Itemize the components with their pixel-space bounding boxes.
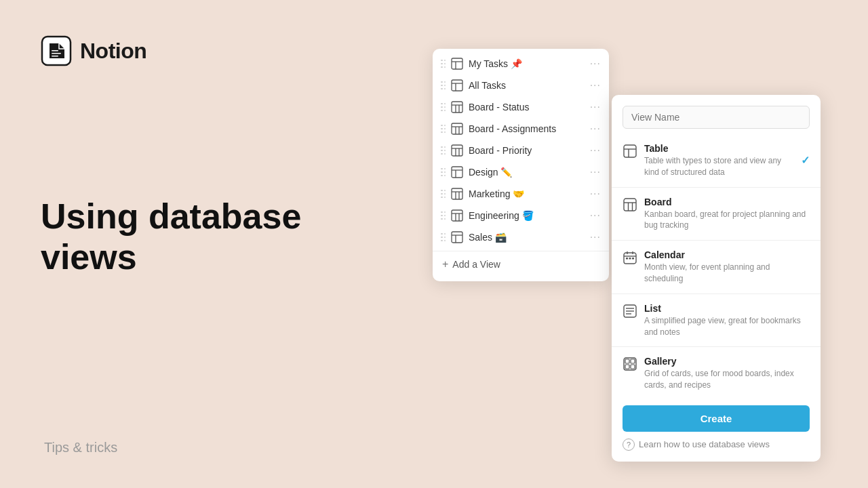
view-name: Design ✏️ bbox=[469, 167, 590, 178]
type-name: List bbox=[644, 303, 810, 314]
add-view-button[interactable]: + Add a View bbox=[433, 251, 609, 273]
drag-handle bbox=[438, 168, 448, 177]
drag-handle bbox=[438, 125, 448, 134]
more-options-button[interactable]: ··· bbox=[590, 166, 601, 178]
table-icon bbox=[451, 166, 463, 178]
svg-rect-4 bbox=[452, 58, 462, 69]
drag-handle bbox=[438, 60, 448, 68]
view-name-input[interactable] bbox=[623, 106, 810, 129]
view-name: Board - Status bbox=[469, 102, 590, 113]
view-list-item-all-tasks[interactable]: All Tasks ··· bbox=[433, 75, 609, 96]
table-icon bbox=[451, 79, 463, 92]
view-list-item-board-status[interactable]: Board - Status ··· bbox=[433, 96, 609, 118]
drag-handle bbox=[438, 211, 448, 220]
view-list-item-board-priority[interactable]: Board - Priority ··· bbox=[433, 140, 609, 161]
board-icon bbox=[451, 123, 463, 135]
more-options-button[interactable]: ··· bbox=[590, 188, 601, 200]
type-name: Table bbox=[644, 143, 795, 154]
more-options-button[interactable]: ··· bbox=[590, 123, 601, 135]
list-type-icon bbox=[623, 304, 637, 319]
svg-rect-33 bbox=[452, 232, 462, 243]
svg-rect-57 bbox=[625, 365, 629, 369]
view-type-gallery[interactable]: Gallery Grid of cards, use for mood boar… bbox=[612, 350, 821, 397]
drag-handle bbox=[438, 81, 448, 90]
svg-rect-49 bbox=[632, 258, 634, 260]
view-list-item-marketing[interactable]: Marketing 🤝 ··· bbox=[433, 183, 609, 205]
more-options-button[interactable]: ··· bbox=[590, 79, 601, 92]
type-text: Gallery Grid of cards, use for mood boar… bbox=[644, 356, 810, 391]
board-type-icon bbox=[623, 197, 637, 212]
view-name: My Tasks 📌 bbox=[469, 58, 590, 69]
help-text: Learn how to use database views bbox=[639, 439, 770, 449]
svg-rect-10 bbox=[452, 102, 462, 113]
more-options-button[interactable]: ··· bbox=[590, 144, 601, 157]
svg-rect-18 bbox=[452, 145, 462, 156]
more-options-button[interactable]: ··· bbox=[590, 58, 601, 70]
drag-handle bbox=[438, 233, 448, 242]
create-button[interactable]: Create bbox=[623, 405, 810, 432]
svg-rect-47 bbox=[626, 258, 628, 260]
add-view-label: Add a View bbox=[452, 259, 500, 270]
board-icon bbox=[451, 144, 463, 157]
type-name: Calendar bbox=[644, 249, 810, 260]
drag-handle bbox=[438, 103, 448, 112]
selected-checkmark: ✓ bbox=[801, 154, 810, 167]
svg-rect-1 bbox=[52, 50, 58, 52]
svg-rect-39 bbox=[624, 199, 636, 211]
view-type-panel: Table Table with types to store and view… bbox=[612, 95, 821, 462]
type-desc: Table with types to store and view any k… bbox=[644, 155, 795, 178]
more-options-button[interactable]: ··· bbox=[590, 231, 601, 243]
drag-handle bbox=[438, 190, 448, 199]
view-list-panel: My Tasks 📌 ··· All Tasks ··· Board - Sta… bbox=[433, 49, 609, 281]
type-text: Table Table with types to store and view… bbox=[644, 143, 795, 178]
svg-rect-55 bbox=[625, 359, 629, 363]
svg-rect-3 bbox=[52, 56, 58, 57]
type-text: List A simplified page view, great for b… bbox=[644, 303, 810, 338]
view-type-calendar[interactable]: Calendar Month view, for event planning … bbox=[612, 243, 821, 291]
logo-area: Notion bbox=[41, 35, 146, 66]
svg-rect-25 bbox=[452, 188, 462, 199]
view-type-table[interactable]: Table Table with types to store and view… bbox=[612, 137, 821, 184]
view-name: Marketing 🤝 bbox=[469, 188, 590, 199]
view-type-board[interactable]: Board Kanban board, great for project pl… bbox=[612, 190, 821, 238]
table-icon bbox=[451, 231, 463, 243]
tips-label: Tips & tricks bbox=[44, 440, 117, 455]
type-text: Board Kanban board, great for project pl… bbox=[644, 197, 810, 232]
table-type-icon bbox=[623, 144, 637, 159]
view-list-item-sales[interactable]: Sales 🗃️ ··· bbox=[433, 226, 609, 248]
drag-handle bbox=[438, 146, 448, 155]
svg-rect-14 bbox=[452, 123, 462, 134]
view-name: All Tasks bbox=[469, 80, 590, 91]
gallery-type-icon bbox=[623, 357, 637, 371]
calendar-type-icon bbox=[623, 250, 637, 265]
add-icon: + bbox=[442, 258, 448, 270]
view-list-item-engineering[interactable]: Engineering 🪣 ··· bbox=[433, 205, 609, 226]
svg-rect-48 bbox=[629, 258, 631, 260]
view-name: Board - Priority bbox=[469, 145, 590, 156]
help-row: ? Learn how to use database views bbox=[612, 432, 821, 451]
board-icon bbox=[451, 209, 463, 222]
type-desc: Month view, for event planning and sched… bbox=[644, 262, 810, 285]
type-text: Calendar Month view, for event planning … bbox=[644, 249, 810, 285]
type-name: Gallery bbox=[644, 356, 810, 367]
more-options-button[interactable]: ··· bbox=[590, 209, 601, 222]
view-list-item-my-tasks[interactable]: My Tasks 📌 ··· bbox=[433, 53, 609, 75]
type-desc: Grid of cards, use for mood boards, inde… bbox=[644, 368, 810, 391]
main-title: Using database views bbox=[41, 197, 301, 278]
view-type-list[interactable]: List A simplified page view, great for b… bbox=[612, 297, 821, 344]
view-name: Engineering 🪣 bbox=[469, 210, 590, 221]
type-name: Board bbox=[644, 197, 810, 207]
table-icon bbox=[451, 58, 463, 70]
view-list-item-design[interactable]: Design ✏️ ··· bbox=[433, 161, 609, 183]
help-icon: ? bbox=[623, 439, 635, 451]
svg-rect-36 bbox=[624, 145, 636, 157]
view-name: Board - Assignments bbox=[469, 123, 590, 134]
more-options-button[interactable]: ··· bbox=[590, 101, 601, 113]
svg-rect-2 bbox=[52, 53, 61, 54]
notion-logo-icon bbox=[41, 35, 72, 66]
board-icon bbox=[451, 188, 463, 200]
board-icon bbox=[451, 101, 463, 113]
svg-rect-58 bbox=[631, 365, 635, 369]
view-name: Sales 🗃️ bbox=[469, 232, 590, 243]
view-list-item-board-assignments[interactable]: Board - Assignments ··· bbox=[433, 118, 609, 140]
